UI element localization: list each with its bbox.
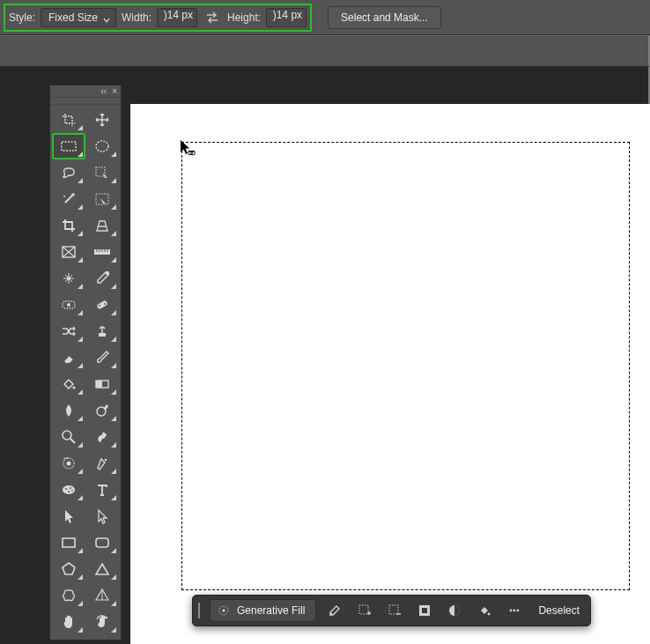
spot-healing-tool[interactable] xyxy=(53,266,85,291)
collapse-panel-icon[interactable]: ‹‹ xyxy=(100,87,107,96)
style-dropdown[interactable]: Fixed Size xyxy=(41,8,116,27)
svg-rect-31 xyxy=(63,538,75,547)
svg-point-24 xyxy=(67,462,71,466)
patch-tool[interactable] xyxy=(86,292,118,317)
brush-edit-icon[interactable] xyxy=(323,599,346,622)
line-shape-tool[interactable] xyxy=(86,583,118,608)
rotate-view-tool[interactable] xyxy=(86,610,118,634)
pen-tool[interactable] xyxy=(86,451,118,476)
tool-panel-grip[interactable] xyxy=(50,98,121,105)
svg-point-34 xyxy=(223,610,225,612)
fill-icon[interactable] xyxy=(473,599,496,622)
taskbar-handle[interactable] xyxy=(198,603,201,618)
svg-point-12 xyxy=(67,303,70,307)
quick-selection-tool[interactable] xyxy=(86,160,118,185)
svg-point-28 xyxy=(70,487,71,489)
svg-rect-37 xyxy=(389,605,398,614)
rectangular-marquee-tool[interactable] xyxy=(53,134,85,159)
style-value: Fixed Size xyxy=(48,11,98,24)
perspective-crop-tool[interactable] xyxy=(86,213,118,238)
svg-rect-21 xyxy=(103,404,108,411)
select-and-mask-button[interactable]: Select and Mask... xyxy=(328,6,441,29)
subtract-selection-icon[interactable] xyxy=(383,599,406,622)
rectangle-tool[interactable] xyxy=(53,530,85,555)
marquee-options-group: Style: Fixed Size Width: )14 px Height: … xyxy=(4,4,312,32)
healing-brush-tool[interactable] xyxy=(53,292,85,317)
secondary-bar xyxy=(0,35,650,67)
remix-tool[interactable] xyxy=(53,319,85,344)
rounded-rect-tool[interactable] xyxy=(86,530,118,555)
type-tool[interactable] xyxy=(86,477,118,502)
object-selection-tool[interactable] xyxy=(86,187,118,211)
svg-rect-32 xyxy=(96,538,108,547)
invert-selection-icon[interactable] xyxy=(413,599,436,622)
svg-point-27 xyxy=(65,488,67,490)
svg-point-29 xyxy=(68,491,70,492)
elliptical-marquee-tool[interactable] xyxy=(86,134,118,159)
gradient-tool[interactable] xyxy=(86,372,118,396)
magic-wand-tool[interactable] xyxy=(53,187,85,211)
svg-rect-36 xyxy=(359,605,368,614)
frame-tool[interactable] xyxy=(53,240,85,264)
sponge-tool[interactable] xyxy=(53,477,85,502)
svg-rect-19 xyxy=(96,381,102,388)
chevron-down-icon xyxy=(103,14,110,21)
svg-rect-39 xyxy=(422,608,427,613)
svg-point-5 xyxy=(63,196,65,197)
width-input[interactable]: )14 px xyxy=(157,8,197,27)
tool-panel: ‹‹ × xyxy=(49,85,122,640)
svg-point-44 xyxy=(517,610,520,612)
swap-dimensions-button[interactable] xyxy=(203,8,222,27)
deselect-button[interactable]: Deselect xyxy=(533,604,585,617)
tool-panel-header: ‹‹ × xyxy=(50,85,121,98)
svg-rect-6 xyxy=(96,194,108,204)
crop-tool[interactable] xyxy=(53,107,85,132)
dodge-tool[interactable] xyxy=(86,398,118,423)
clone-stamp-tool[interactable] xyxy=(86,319,118,344)
sparkle-icon xyxy=(218,604,230,617)
svg-rect-2 xyxy=(62,142,76,151)
svg-point-41 xyxy=(488,613,491,616)
height-label: Height: xyxy=(227,11,261,24)
eraser-tool[interactable] xyxy=(53,345,85,370)
polygon-tool[interactable] xyxy=(53,557,85,581)
svg-point-35 xyxy=(330,613,333,616)
width-label: Width: xyxy=(122,11,151,24)
svg-point-26 xyxy=(63,485,75,494)
add-selection-icon[interactable] xyxy=(353,599,376,622)
svg-point-14 xyxy=(99,305,100,307)
hand-tool[interactable] xyxy=(53,610,85,634)
triangle-tool[interactable] xyxy=(86,557,118,581)
brush-tool[interactable] xyxy=(86,345,118,370)
svg-rect-13 xyxy=(96,300,107,309)
svg-rect-16 xyxy=(99,333,106,337)
smudge-tool[interactable] xyxy=(86,425,118,449)
zoom-tool[interactable] xyxy=(53,425,85,449)
svg-point-9 xyxy=(67,277,70,280)
svg-point-43 xyxy=(513,610,516,612)
direct-select-tool[interactable] xyxy=(86,504,118,529)
ruler-tool[interactable] xyxy=(86,240,118,264)
height-input[interactable]: )14 px xyxy=(266,8,307,27)
more-icon[interactable] xyxy=(503,599,526,622)
generative-fill-button[interactable]: Generative Fill xyxy=(210,599,316,622)
close-panel-icon[interactable]: × xyxy=(112,87,117,96)
custom-shape-tool[interactable] xyxy=(53,583,85,608)
contextual-taskbar: Generative Fill Deselect xyxy=(192,595,591,626)
svg-rect-10 xyxy=(106,271,109,275)
eyedropper-tool[interactable] xyxy=(86,266,118,291)
path-select-tool[interactable] xyxy=(53,504,85,529)
svg-point-15 xyxy=(104,303,106,305)
lasso-tool[interactable] xyxy=(53,160,85,185)
svg-point-22 xyxy=(63,431,71,440)
svg-point-30 xyxy=(71,490,73,492)
svg-point-25 xyxy=(105,459,107,462)
mask-icon[interactable] xyxy=(443,599,466,622)
blur-tool[interactable] xyxy=(53,398,85,423)
paint-bucket-tool[interactable] xyxy=(53,372,85,396)
style-label: Style: xyxy=(9,11,35,24)
move-tool[interactable] xyxy=(86,107,118,132)
marquee-selection[interactable] xyxy=(181,142,630,590)
history-brush-tool[interactable] xyxy=(53,451,85,476)
crop-tool-tool[interactable] xyxy=(53,213,85,238)
